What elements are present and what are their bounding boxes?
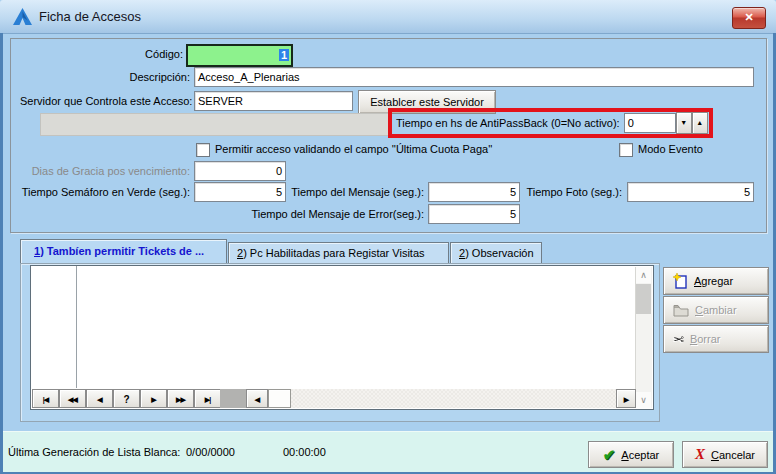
cuota-checkbox-label: Permitir acceso validando el campo ''Últ… <box>215 143 492 155</box>
nav-fast-next-button[interactable]: ▶▶ <box>167 389 194 408</box>
spin-down-icon[interactable]: ▼ <box>676 112 692 134</box>
foto-field[interactable]: 5 <box>627 182 754 202</box>
lista-blanca-time: 00:00:00 <box>283 446 326 458</box>
antipassback-label: Tiempo en hs de AntiPassBack (0=No activ… <box>396 117 620 129</box>
disabled-field <box>40 113 392 136</box>
cuota-checkbox[interactable] <box>196 143 210 157</box>
codigo-label: Código: <box>60 48 183 60</box>
mensaje-field[interactable]: 5 <box>428 182 520 202</box>
antipassback-highlight: Tiempo en hs de AntiPassBack (0=No activ… <box>388 108 713 138</box>
borrar-button[interactable]: ✂ Borrar <box>663 325 769 353</box>
hscroll-left-icon[interactable]: ◀ <box>246 389 268 408</box>
window-border-left <box>0 33 3 474</box>
nav-last-button[interactable]: ▶| <box>194 389 221 408</box>
semaforo-label: Tiempo Semáforo en Verde (seg.): <box>10 186 190 198</box>
dias-gracia-label: Dias de Gracia pos vencimiento: <box>20 165 190 177</box>
tab-tickets[interactable]: 1) Tambíen permitir Tickets de ... <box>20 239 227 264</box>
window-title: Ficha de Accesos <box>39 9 141 24</box>
nav-next-button[interactable]: ▶ <box>140 389 167 408</box>
servidor-field[interactable]: SERVER <box>194 91 353 111</box>
navigator-spacer <box>220 389 246 408</box>
codigo-value: 1 <box>279 49 289 61</box>
aceptar-button[interactable]: ✔ Aceptar <box>588 441 674 468</box>
mensaje-error-label: Tiempo del Mensaje de Error(seg.): <box>244 208 424 220</box>
servidor-label: Servidor que Controla este Acceso: <box>20 95 190 107</box>
cancelar-button[interactable]: X Cancelar <box>682 441 768 468</box>
dias-gracia-field[interactable]: 0 <box>194 161 286 181</box>
grid-column-divider <box>76 266 77 388</box>
lista-blanca-label: Última Generación de Lista Blanca: <box>8 446 180 458</box>
folder-icon <box>673 304 689 317</box>
tab-pc-habilitadas[interactable]: 2) Pc Habilitadas para Registar Visitas <box>228 242 449 264</box>
dialog-ficha-de-accesos: Ficha de Accesos ✕ Código: 1 Descripción… <box>0 0 776 474</box>
new-document-icon <box>673 273 688 289</box>
vertical-scrollbar-thumb[interactable] <box>636 284 651 314</box>
descripcion-field[interactable]: Acceso_A_Plenarias <box>194 67 754 87</box>
modo-evento-checkbox[interactable] <box>619 143 633 157</box>
mensaje-label: Tiempo del Mensaje (seg.): <box>290 186 424 198</box>
codigo-field[interactable]: 1 <box>186 44 293 67</box>
scroll-down-icon[interactable]: ∨ <box>636 392 651 408</box>
horizontal-scrollbar-track[interactable] <box>291 389 616 408</box>
descripcion-label: Descripción: <box>60 71 190 83</box>
lista-blanca-date: 0/00/0000 <box>186 446 235 458</box>
app-logo-icon <box>13 8 32 25</box>
title-bar[interactable]: Ficha de Accesos ✕ <box>0 0 776 34</box>
scroll-up-icon[interactable]: ∧ <box>636 267 651 283</box>
modo-evento-label: Modo Evento <box>638 143 703 155</box>
nav-help-button[interactable]: ? <box>113 389 140 408</box>
vertical-scrollbar[interactable]: ∧ ∨ <box>635 267 652 408</box>
scissors-icon: ✂ <box>673 332 684 347</box>
horizontal-scrollbar-thumb[interactable] <box>268 389 291 408</box>
cancel-x-icon: X <box>695 446 705 463</box>
tab-observacion[interactable]: 2) Observación <box>450 242 542 264</box>
tickets-grid[interactable]: ∧ ∨ |◀ ◀◀ ◀ ? ▶ ▶▶ ▶| ◀ ▶ <box>30 265 654 410</box>
semaforo-field[interactable]: 5 <box>194 182 286 202</box>
check-icon: ✔ <box>603 446 616 464</box>
close-icon[interactable]: ✕ <box>732 7 766 29</box>
foto-label: Tiempo Foto (seg.): <box>520 186 622 198</box>
mensaje-error-field[interactable]: 5 <box>428 204 520 224</box>
hscroll-right-icon[interactable]: ▶ <box>616 389 636 408</box>
antipassback-field[interactable]: 0 <box>624 113 676 133</box>
nav-first-button[interactable]: |◀ <box>32 389 59 408</box>
spin-up-icon[interactable]: ▲ <box>692 112 708 134</box>
nav-fast-prev-button[interactable]: ◀◀ <box>59 389 86 408</box>
cambiar-button[interactable]: Cambiar <box>663 296 769 324</box>
nav-prev-button[interactable]: ◀ <box>86 389 113 408</box>
agregar-button[interactable]: Agregar <box>663 267 769 295</box>
